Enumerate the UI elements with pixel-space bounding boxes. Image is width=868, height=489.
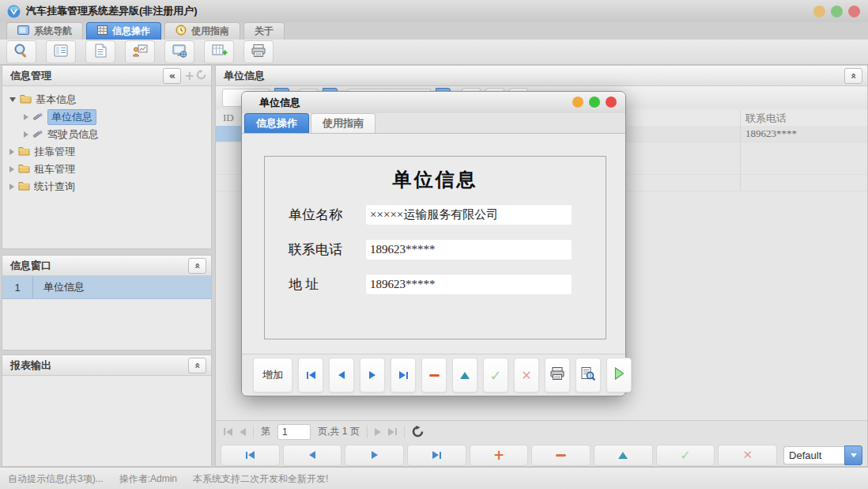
- user-report-icon: [132, 43, 148, 62]
- phone-field[interactable]: [365, 239, 572, 260]
- last-record-button[interactable]: [407, 445, 466, 466]
- column-id[interactable]: ID: [223, 112, 234, 124]
- field-label: 单位名称: [289, 206, 365, 224]
- column-phone[interactable]: 联系电话: [745, 112, 787, 126]
- tree-collapsed-icon[interactable]: [24, 131, 28, 138]
- info-window-panel: 信息窗口 « 1 单位信息: [2, 255, 212, 351]
- dialog-tab-info-operation[interactable]: 信息操作: [244, 113, 309, 133]
- next-record-button[interactable]: [345, 445, 404, 466]
- prev-record-button[interactable]: [329, 358, 354, 392]
- column-divider: [740, 110, 741, 191]
- panel-title: 信息窗口: [10, 259, 188, 273]
- dialog-close-button[interactable]: [606, 97, 617, 108]
- print-button[interactable]: [243, 40, 274, 63]
- last-page-icon[interactable]: [388, 428, 397, 436]
- status-auto-hint: 自动提示信息(共3项)...: [8, 472, 104, 486]
- status-operator: 操作者:Admin: [119, 472, 177, 486]
- remove-record-button[interactable]: [531, 445, 591, 466]
- maximize-button[interactable]: [831, 6, 843, 17]
- minimize-button[interactable]: [813, 6, 825, 17]
- combo-value[interactable]: [783, 446, 844, 464]
- print-preview-button[interactable]: [576, 358, 601, 392]
- tab-about[interactable]: 关于: [243, 22, 285, 40]
- collapse-up-icon[interactable]: «: [188, 258, 206, 274]
- info-window-row[interactable]: 1 单位信息: [2, 276, 211, 299]
- close-button[interactable]: [848, 6, 860, 17]
- next-record-button[interactable]: [360, 358, 385, 392]
- tree-node-basic-info[interactable]: 基本信息: [2, 91, 211, 108]
- dialog-titlebar[interactable]: 单位信息: [242, 92, 625, 114]
- report-output-header: 报表输出 «: [2, 355, 211, 376]
- move-up-button[interactable]: [452, 358, 477, 392]
- wand-icon: [32, 128, 43, 142]
- confirm-button[interactable]: ✓: [656, 445, 715, 466]
- tab-user-guide[interactable]: 使用指南: [164, 22, 240, 40]
- tree-collapsed-icon[interactable]: [9, 166, 14, 172]
- tree-expanded-icon[interactable]: [9, 97, 16, 102]
- add-icon[interactable]: +: [184, 69, 194, 83]
- move-up-button[interactable]: [594, 445, 653, 466]
- first-record-button[interactable]: [298, 358, 323, 392]
- add-button[interactable]: 增加: [253, 358, 292, 392]
- unit-info-dialog: 单位信息 信息操作 使用指南 单位信息 单位名称 联系电话 地 址: [241, 91, 626, 396]
- cancel-button[interactable]: ✕: [718, 445, 777, 466]
- print-button[interactable]: [545, 358, 570, 392]
- window-title: 汽车挂靠管理系统差异版(非注册用户): [26, 4, 198, 18]
- info-manage-header: 信息管理 « +: [2, 66, 211, 86]
- dialog-title: 单位信息: [259, 96, 300, 110]
- cancel-button[interactable]: ✕: [514, 358, 539, 392]
- app-toolbar: [0, 40, 868, 65]
- address-field[interactable]: [365, 274, 572, 295]
- pager-prefix: 第: [261, 425, 270, 438]
- next-page-icon[interactable]: [375, 428, 381, 436]
- form-view-button[interactable]: [46, 40, 76, 63]
- tab-info-operation[interactable]: 信息操作: [86, 22, 161, 40]
- form-view-icon: [53, 43, 69, 62]
- wand-icon: [32, 111, 43, 124]
- app-logo-icon: [7, 5, 21, 18]
- prev-record-button[interactable]: [283, 445, 342, 466]
- cross-icon: ✕: [742, 448, 753, 462]
- tree-node-unit-info[interactable]: 单位信息: [2, 108, 211, 126]
- prev-page-icon[interactable]: [240, 428, 246, 436]
- collapse-up-icon[interactable]: «: [844, 68, 862, 84]
- new-document-button[interactable]: [85, 40, 115, 63]
- tree-node-affiliation[interactable]: 挂靠管理: [2, 143, 211, 161]
- form-heading: 单位信息: [265, 167, 606, 192]
- status-message: 本系统支持二次开发和全新开发!: [193, 472, 328, 486]
- dialog-minimize-button[interactable]: [572, 97, 583, 108]
- collapse-left-icon[interactable]: «: [163, 68, 181, 84]
- collapse-up-icon[interactable]: «: [188, 358, 206, 373]
- user-report-button[interactable]: [125, 40, 155, 63]
- info-window-header: 信息窗口 «: [2, 256, 211, 276]
- tree-node-rental[interactable]: 租车管理: [2, 161, 211, 178]
- monitor-view-button[interactable]: [164, 40, 194, 63]
- phone-cell: 189623****: [745, 127, 797, 140]
- tree-collapsed-icon[interactable]: [9, 184, 14, 190]
- tree-node-driver-info[interactable]: 驾驶员信息: [2, 126, 211, 143]
- run-button[interactable]: [606, 358, 632, 392]
- combo-dropdown-icon[interactable]: [844, 445, 862, 465]
- refresh-icon[interactable]: [412, 426, 424, 438]
- remove-record-button[interactable]: [421, 358, 447, 392]
- dialog-maximize-button[interactable]: [589, 97, 600, 108]
- refresh-icon[interactable]: [196, 69, 206, 83]
- tab-system-nav[interactable]: 系统导航: [6, 22, 83, 40]
- tree-node-label-selected[interactable]: 单位信息: [47, 109, 96, 125]
- tree-collapsed-icon[interactable]: [24, 114, 28, 120]
- record-action-bar: + ✓ ✕: [216, 442, 867, 467]
- search-button[interactable]: [6, 40, 36, 63]
- first-page-icon[interactable]: [224, 428, 232, 436]
- layout-combo[interactable]: [783, 445, 862, 465]
- tree-collapsed-icon[interactable]: [9, 149, 14, 155]
- tree-node-statistics[interactable]: 统计查询: [2, 178, 211, 195]
- add-record-button[interactable]: +: [470, 445, 529, 466]
- dialog-tab-user-guide[interactable]: 使用指南: [311, 113, 376, 133]
- printer-icon: [251, 43, 266, 62]
- confirm-button[interactable]: ✓: [483, 358, 508, 392]
- page-number-input[interactable]: [277, 424, 311, 440]
- table-add-button[interactable]: [204, 40, 234, 63]
- unit-name-field[interactable]: [365, 204, 572, 226]
- first-record-button[interactable]: [221, 445, 280, 466]
- last-record-button[interactable]: [391, 358, 416, 392]
